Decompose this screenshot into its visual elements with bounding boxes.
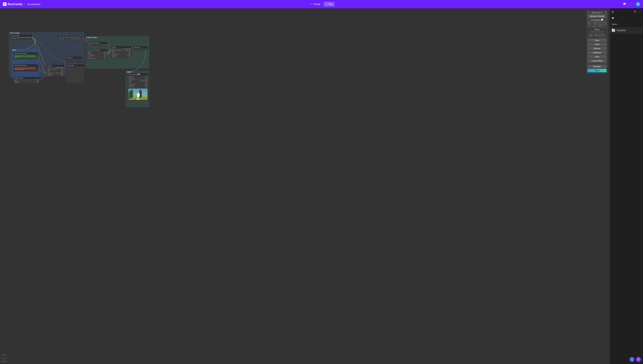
discord-icon[interactable]: [623, 2, 626, 6]
node-ksampler-2[interactable]: KSampler seed111373307453434control_afte…: [111, 46, 132, 58]
queue-prompt-button[interactable]: Queue Prompt: [588, 14, 607, 18]
node-cfg-guidance[interactable]: VideoLinearCFGGuidance min_cfg1.0: [87, 42, 107, 46]
my-machines-link[interactable]: My Machines: [27, 3, 40, 6]
param-value[interactable]: svd/svd_xt.safetensors: [71, 38, 81, 40]
param-value[interactable]: dpmpp_2m_sde: [56, 72, 64, 74]
clear-button[interactable]: Clear: [588, 55, 607, 58]
home-icon: [612, 17, 614, 20]
param-value[interactable]: 1.00: [61, 75, 64, 76]
param-value[interactable]: true: [145, 86, 148, 87]
param-value[interactable]: 1020: [144, 78, 148, 80]
param-value[interactable]: 8.0: [61, 71, 64, 72]
param-value[interactable]: 576: [36, 80, 39, 82]
refresh-button[interactable]: Refresh: [588, 46, 607, 50]
stop-button[interactable]: ◻ Stop: [324, 2, 334, 6]
queue-front-button[interactable]: Queue Front: [588, 21, 597, 25]
canvas-stats: T: 0.00s I: 0 N: 17 [17] V: 37 FPS:56.82: [2, 354, 8, 362]
menu-icon[interactable]: ☰: [612, 10, 614, 14]
param-value[interactable]: true: [145, 84, 148, 85]
param-value[interactable]: 10: [146, 76, 148, 77]
param-value[interactable]: 25: [129, 51, 131, 52]
close-button[interactable]: Close: [593, 25, 602, 27]
node-load-checkpoint[interactable]: Load Checkpoint ckpt_namesdxl/counterfei…: [11, 35, 32, 40]
param-value[interactable]: 0.00: [103, 58, 106, 59]
param-value[interactable]: yuv420p: [143, 81, 148, 82]
avatar[interactable]: J: [636, 2, 640, 6]
node-empty-latent[interactable]: Empty Latent Image width1024height576bat…: [13, 77, 40, 84]
history-title: History: [588, 29, 606, 30]
extra-options-row: Extra options: [588, 19, 607, 21]
param-value[interactable]: randomize: [126, 50, 131, 51]
fab-refresh[interactable]: [630, 357, 634, 362]
param-value[interactable]: 25: [104, 54, 106, 55]
param-value[interactable]: 448: [104, 53, 106, 54]
clear-history-button[interactable]: Clear History: [589, 34, 598, 37]
param-label: pix_fmt: [128, 81, 132, 82]
node-vae-decode-1[interactable]: VAE Decode: [66, 57, 82, 63]
logo[interactable]: R RunComfy: [3, 2, 22, 6]
node-video-combine[interactable]: Video Combine 🎥🅥🅗🅢 frame_rate10loop_coun…: [128, 74, 148, 100]
manager-button[interactable]: Manager: [588, 64, 607, 68]
node-ksampler-1[interactable]: KSampler seed170684038525081control_afte…: [46, 65, 64, 76]
save-button[interactable]: Save: [588, 38, 607, 42]
gear-icon[interactable]: ⚙: [605, 11, 607, 13]
param-value[interactable]: 6: [104, 56, 106, 58]
drag-handle-icon[interactable]: ⠿: [587, 11, 588, 13]
sidebar-home-row[interactable]: [610, 16, 643, 21]
param-value[interactable]: fixed: [61, 68, 64, 70]
param-value[interactable]: euler: [128, 54, 131, 55]
search-icon[interactable]: [634, 10, 636, 14]
more-icon[interactable]: ⋮: [638, 10, 641, 14]
canvas[interactable]: Text to Image Input Image to Video Outpu…: [0, 8, 610, 364]
history-index: 0:: [591, 31, 592, 33]
refresh-history-button[interactable]: Refresh: [598, 34, 605, 37]
node-clip-positive[interactable]: CLIP Text Encode (Prompt) masterpiece, h…: [13, 52, 38, 59]
load-default-button[interactable]: Load Default: [588, 59, 607, 63]
param-label: sampler_name: [47, 72, 54, 74]
param-value[interactable]: 0: [146, 77, 148, 78]
folder-row-comfyui[interactable]: ComfyUI: [610, 27, 643, 34]
node-graph[interactable]: Text to Image Input Image to Video Outpu…: [9, 32, 156, 114]
param-value[interactable]: 3.5: [129, 52, 131, 54]
param-value[interactable]: false: [145, 85, 148, 86]
extra-options-checkbox[interactable]: [601, 19, 603, 20]
load-button[interactable]: Load: [588, 42, 607, 46]
param-value[interactable]: 80: [104, 55, 106, 56]
node-vae-decode-2[interactable]: VAE Decode: [134, 46, 148, 50]
clipspace-button[interactable]: Clipspace: [588, 51, 607, 54]
node-preview-image[interactable]: Preview Image: [66, 64, 84, 84]
view-queue-button[interactable]: View Queue: [598, 21, 607, 25]
param-value[interactable]: karras: [128, 55, 131, 56]
share-button[interactable]: Share: [588, 69, 607, 72]
comfy-control-panel[interactable]: ⠿ ⚙ Queue size: 0 Queue Prompt Extra opt…: [586, 10, 608, 74]
prompt-text[interactable]: masterpiece, high quality, a rabbit ridi…: [14, 55, 38, 59]
node-title: Image Only Checkpoint Loader (img2vid mo…: [58, 36, 82, 38]
param-value[interactable]: 111373307453434: [122, 48, 131, 50]
param-value[interactable]: sdxl/counterfeitxl_v10.safetensors: [18, 37, 31, 39]
param-value[interactable]: karras: [60, 74, 64, 75]
param-value[interactable]: 1: [38, 82, 39, 83]
sort-asc-icon: ↑: [618, 23, 619, 25]
node-clip-negative[interactable]: CLIP Text Encode (Prompt) (worst quality…: [13, 64, 38, 71]
param-value[interactable]: 170684038525081: [55, 67, 64, 68]
param-value[interactable]: 20: [146, 82, 148, 84]
logo-badge: R: [3, 2, 6, 6]
param-value[interactable]: 1.0: [104, 44, 106, 45]
node-img-checkpoint-loader[interactable]: Image Only Checkpoint Loader (img2vid mo…: [58, 36, 82, 40]
prompt-text[interactable]: (worst quality:2), (low quality:2), (nor…: [14, 67, 38, 71]
stop-icon: ◻: [326, 3, 328, 5]
change-button[interactable]: ＋ Change: [308, 2, 322, 6]
param-value[interactable]: 1024: [36, 79, 39, 80]
node-title: VAE Decode: [66, 57, 82, 58]
divider: [25, 2, 25, 6]
param-value[interactable]: 768: [104, 51, 106, 52]
param-value[interactable]: 30: [62, 70, 64, 71]
sidebar-column-header[interactable]: Name ↑: [610, 21, 643, 27]
param-value[interactable]: video/h264-mp4: [140, 80, 148, 81]
history-load-button[interactable]: Load: [592, 31, 597, 33]
node-svd-conditioning[interactable]: SVD_img2vid_Conditioning width768height4…: [87, 49, 107, 60]
file-sidebar: ☰ ⋮ Name ↑ ComfyUI: [610, 8, 643, 364]
param-value[interactable]: 1.00: [128, 56, 131, 57]
history-delete-button[interactable]: Delete: [598, 31, 604, 33]
fab-close[interactable]: ✕: [636, 357, 641, 362]
